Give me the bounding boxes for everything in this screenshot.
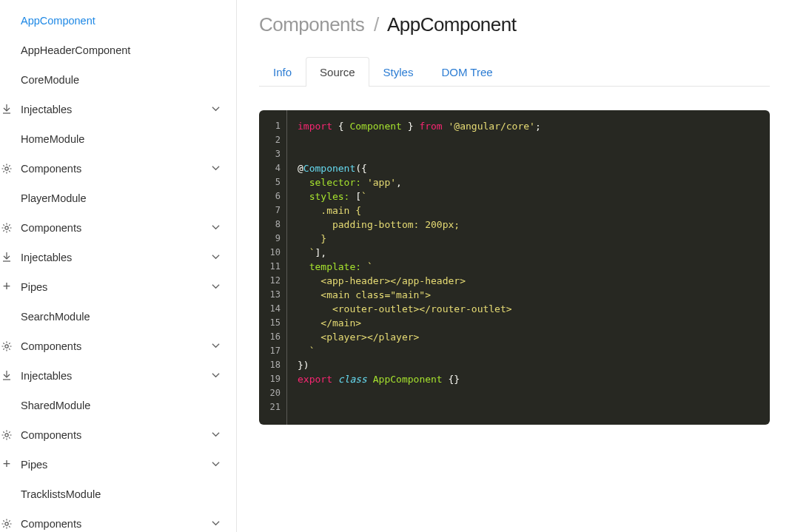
code-line: @Component({ — [298, 161, 759, 175]
tabs: InfoSourceStylesDOM Tree — [259, 57, 770, 87]
tab-source[interactable]: Source — [306, 57, 369, 87]
line-number: 5 — [259, 175, 286, 189]
chevron-down-icon — [212, 104, 220, 115]
code-line: export class AppComponent {} — [298, 372, 759, 386]
sidebar-item-label: AppComponent — [21, 15, 224, 27]
line-number: 20 — [259, 386, 286, 400]
sidebar-item[interactable]: TracklistsModule — [0, 479, 236, 509]
sidebar-item[interactable]: Components — [0, 420, 236, 450]
line-number: 12 — [259, 274, 286, 288]
chevron-down-icon — [212, 222, 220, 234]
no-icon — [0, 132, 13, 146]
no-icon — [0, 73, 13, 87]
chevron-down-icon — [212, 370, 220, 382]
chevron-down-icon — [212, 281, 220, 293]
code-line: } — [298, 232, 759, 246]
code-line: </main> — [298, 316, 759, 330]
sidebar-item[interactable]: AppHeaderComponent — [0, 36, 236, 65]
cog-icon — [0, 517, 13, 531]
chevron-down-icon — [212, 518, 220, 530]
sidebar-item[interactable]: CoreModule — [0, 65, 236, 95]
sidebar-item[interactable]: +Pipes — [0, 450, 236, 479]
sidebar-item[interactable]: Injectables — [0, 95, 236, 124]
sidebar-item-label: Components — [21, 429, 212, 441]
sidebar-item-label: SearchModule — [21, 311, 224, 323]
no-icon — [0, 310, 13, 323]
sidebar-item-label: Injectables — [21, 370, 212, 382]
code-line — [298, 133, 759, 147]
chevron-down-icon — [212, 429, 220, 441]
code-line: styles: [` — [298, 189, 759, 203]
code-line: <router-outlet></router-outlet> — [298, 302, 759, 316]
injectables-icon — [0, 103, 13, 116]
source-code-block: 123456789101112131415161718192021 import… — [259, 110, 770, 425]
no-icon — [0, 14, 13, 27]
line-number: 6 — [259, 189, 286, 203]
code-line: import { Component } from '@angular/core… — [298, 119, 759, 133]
line-number: 1 — [259, 119, 286, 133]
code-line: <player></player> — [298, 330, 759, 344]
sidebar-item-label: Components — [21, 340, 212, 352]
chevron-down-icon — [212, 252, 220, 263]
sidebar-item[interactable]: Components — [0, 213, 236, 243]
breadcrumb-root[interactable]: Components — [259, 13, 364, 36]
line-number: 17 — [259, 344, 286, 358]
line-number: 14 — [259, 302, 286, 316]
code-line — [298, 147, 759, 161]
sidebar-item-label: Injectables — [21, 252, 212, 263]
line-number: 21 — [259, 400, 286, 414]
code-line: `], — [298, 246, 759, 260]
sidebar-item-label: HomeModule — [21, 133, 224, 145]
sidebar-item-label: Components — [21, 222, 212, 234]
sidebar-item[interactable]: Injectables — [0, 361, 236, 391]
sidebar-item[interactable]: Components — [0, 154, 236, 183]
line-number: 15 — [259, 316, 286, 330]
code-line: <app-header></app-header> — [298, 274, 759, 288]
line-number: 16 — [259, 330, 286, 344]
code-line: <main class="main"> — [298, 288, 759, 302]
sidebar-item[interactable]: SearchModule — [0, 302, 236, 331]
cog-icon — [0, 221, 13, 235]
code-line: .main { — [298, 203, 759, 218]
sidebar-item[interactable]: Components — [0, 509, 236, 532]
breadcrumb-separator: / — [369, 13, 383, 36]
source-code[interactable]: import { Component } from '@angular/core… — [287, 110, 770, 425]
injectables-icon — [0, 251, 13, 264]
sidebar-item-label: SharedModule — [21, 400, 224, 411]
code-line: }) — [298, 358, 759, 372]
injectables-icon — [0, 369, 13, 383]
sidebar-item[interactable]: PlayerModule — [0, 183, 236, 213]
sidebar-item[interactable]: +Pipes — [0, 272, 236, 302]
sidebar-item-label: Components — [21, 163, 212, 175]
line-number: 4 — [259, 161, 286, 175]
line-number: 11 — [259, 260, 286, 274]
plus-icon: + — [0, 458, 13, 471]
line-number: 10 — [259, 246, 286, 260]
sidebar-item[interactable]: SharedModule — [0, 391, 236, 420]
tab-dom-tree[interactable]: DOM Tree — [427, 57, 506, 87]
tab-info[interactable]: Info — [259, 57, 306, 87]
cog-icon — [0, 340, 13, 353]
no-icon — [0, 399, 13, 412]
sidebar-item[interactable]: Components — [0, 331, 236, 361]
line-number-gutter: 123456789101112131415161718192021 — [259, 110, 287, 425]
code-line: padding-bottom: 200px; — [298, 218, 759, 232]
sidebar-item[interactable]: AppComponent — [0, 6, 236, 36]
line-number: 7 — [259, 203, 286, 218]
sidebar: AppComponentAppHeaderComponentCoreModule… — [0, 0, 237, 532]
code-line: template: ` — [298, 260, 759, 274]
tab-styles[interactable]: Styles — [369, 57, 428, 87]
line-number: 8 — [259, 218, 286, 232]
sidebar-item[interactable]: HomeModule — [0, 124, 236, 154]
chevron-down-icon — [212, 340, 220, 352]
sidebar-item-label: Components — [21, 518, 212, 530]
no-icon — [0, 44, 13, 57]
breadcrumb-current: AppComponent — [387, 13, 516, 36]
line-number: 9 — [259, 232, 286, 246]
sidebar-item[interactable]: Injectables — [0, 243, 236, 272]
sidebar-item-label: TracklistsModule — [21, 488, 224, 500]
sidebar-item-label: AppHeaderComponent — [21, 44, 224, 56]
line-number: 13 — [259, 288, 286, 302]
no-icon — [0, 488, 13, 501]
sidebar-item-label: Injectables — [21, 104, 212, 115]
